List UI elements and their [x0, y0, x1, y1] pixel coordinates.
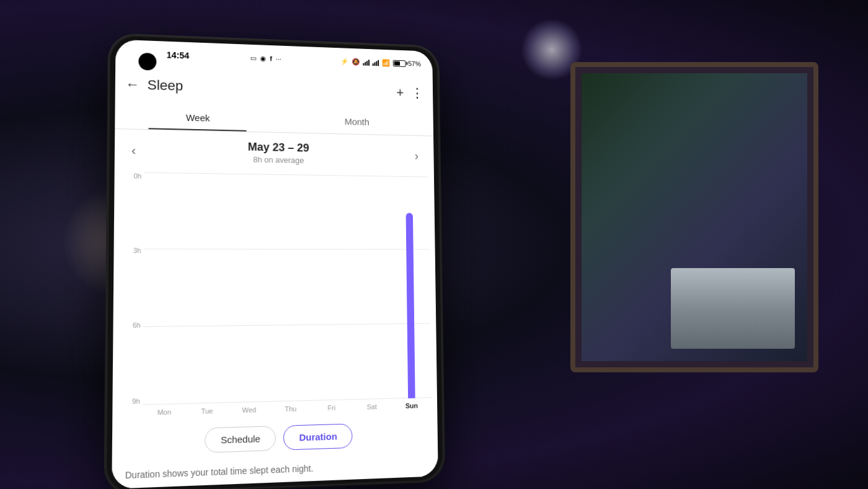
x-label-sun: Sun: [392, 398, 432, 414]
bar-col-fri[interactable]: [310, 175, 352, 401]
bar-sun: [405, 213, 415, 398]
phone-screen: 14:54 ▭ ◉ f ··· ⚡ 🔕: [112, 40, 438, 489]
bars-row: [143, 173, 431, 405]
signal1-icon: [363, 58, 370, 66]
schedule-button[interactable]: Schedule: [205, 426, 276, 453]
chart-section: ‹ May 23 – 29 8h on average › 9h 6h 3h: [112, 129, 438, 489]
more-options-button[interactable]: ⋮: [410, 87, 423, 101]
camera-punch-hole: [138, 53, 156, 71]
wifi-icon: 📶: [382, 59, 390, 67]
y-axis-labels: 9h 6h 3h 0h: [119, 172, 142, 421]
next-week-button[interactable]: ›: [409, 146, 424, 165]
battery-icon: 57%: [393, 60, 421, 68]
chart-area: 9h 6h 3h 0h: [119, 172, 432, 421]
x-label-thu: Thu: [270, 401, 311, 417]
picture-frame: [570, 62, 818, 372]
add-button[interactable]: +: [396, 86, 404, 99]
bar-col-sat[interactable]: [350, 176, 391, 400]
duration-button[interactable]: Duration: [283, 423, 352, 450]
mute-icon: 🔕: [352, 58, 360, 66]
phone-device: 14:54 ▭ ◉ f ··· ⚡ 🔕: [105, 34, 444, 489]
y-label-6h: 6h: [120, 321, 141, 330]
facebook-icon: f: [270, 55, 272, 63]
bar-col-mon[interactable]: [143, 173, 187, 405]
y-label-9h: 9h: [119, 397, 140, 405]
bluetooth-icon: ⚡: [340, 57, 349, 65]
x-label-sat: Sat: [352, 399, 392, 415]
page-title: Sleep: [148, 77, 397, 101]
chart-inner: MonTueWedThuFriSatSun: [143, 173, 432, 421]
header-actions: + ⋮: [396, 86, 423, 100]
prev-week-button[interactable]: ‹: [125, 140, 143, 160]
back-button[interactable]: ←: [125, 76, 140, 93]
status-notification-icons: ▭ ◉ f ···: [250, 54, 281, 63]
camera-icon: ◉: [260, 54, 266, 62]
x-label-wed: Wed: [228, 402, 270, 418]
tab-week[interactable]: Week: [115, 102, 278, 132]
bar-col-thu[interactable]: [270, 174, 311, 402]
frame-inner-image: [671, 268, 795, 349]
date-range-text: May 23 – 29: [248, 141, 309, 155]
y-label-0h: 0h: [121, 172, 141, 180]
status-time: 14:54: [167, 50, 189, 61]
screen-icon: ▭: [250, 54, 257, 62]
more-icon: ···: [276, 55, 281, 63]
date-navigation: ‹ May 23 – 29 8h on average ›: [115, 129, 434, 171]
bar-col-sun[interactable]: [389, 176, 431, 399]
average-label: 8h on average: [248, 155, 309, 165]
tab-month[interactable]: Month: [278, 106, 433, 136]
y-label-3h: 3h: [120, 246, 141, 254]
bar-col-wed[interactable]: [228, 174, 270, 403]
status-right-icons: ⚡ 🔕 📶: [340, 57, 421, 68]
signal2-icon: [373, 59, 379, 66]
x-label-tue: Tue: [186, 403, 228, 419]
battery-percent: 57%: [408, 60, 421, 68]
date-range-display: May 23 – 29 8h on average: [248, 141, 309, 165]
bar-chart: 9h 6h 3h 0h: [112, 166, 437, 421]
x-label-fri: Fri: [311, 400, 352, 416]
x-label-mon: Mon: [143, 404, 186, 421]
frame-content: [582, 73, 807, 361]
bar-col-tue[interactable]: [186, 173, 229, 404]
phone-body: 14:54 ▭ ◉ f ··· ⚡ 🔕: [105, 34, 444, 489]
